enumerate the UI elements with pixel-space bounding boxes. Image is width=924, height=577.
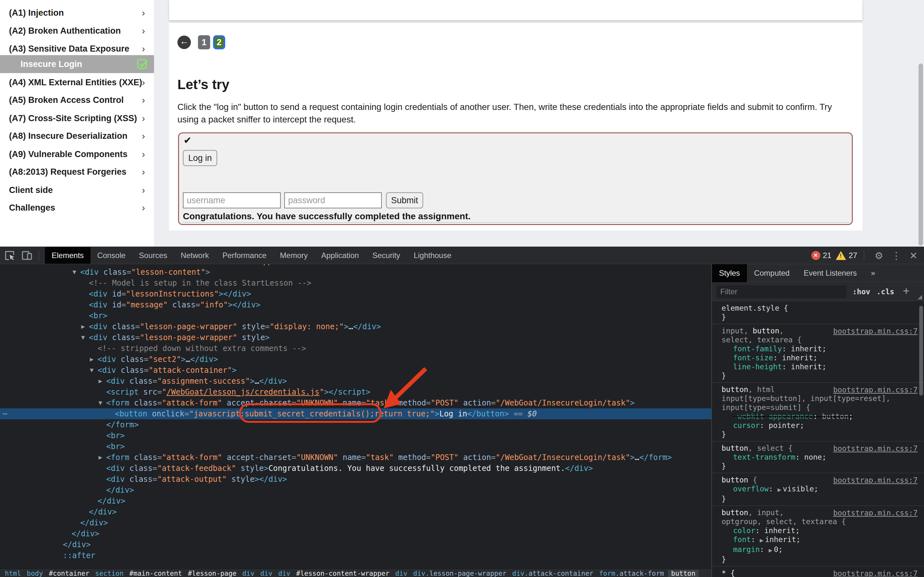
sidebar-item--a8-insecure-deserialization[interactable]: (A8) Insecure Deserialization› [0,127,154,145]
breadcrumb-div[interactable]: div [242,570,254,577]
breadcrumb-container[interactable]: #container [49,570,89,577]
breadcrumb-div[interactable]: div.attack-container [512,570,594,577]
settings-gear-icon[interactable]: ⚙ [875,250,883,261]
submit-button[interactable]: Submit [386,192,423,208]
dom-tree-row[interactable]: ▶<div class="sect2">…</div> [0,354,711,365]
css-property[interactable]: font-family: inherit; [712,344,924,353]
styles-tab-event-listeners[interactable]: Event Listeners [796,264,864,282]
dom-tree-row[interactable]: <div class="attack-output" style></div> [0,474,711,485]
sidebar-item--a8-2013-request-forgeries[interactable]: (A8:2013) Request Forgeries› [0,163,154,181]
page-2-button[interactable]: 2 [213,35,225,49]
dom-tree-row[interactable]: ▼<div class="lesson-page-wrapper" style> [0,332,711,343]
dom-tree-row[interactable]: ▶<form class="attack-form" accept-charse… [0,452,711,463]
sidebar-item--a5-broken-access-control[interactable]: (A5) Broken Access Control› [0,91,154,109]
css-property[interactable]: line-height: inherit; [712,362,924,371]
collapse-arrow-icon[interactable]: ▼ [90,365,94,376]
breadcrumb-section[interactable]: section [95,570,124,577]
dom-tree-row[interactable]: ▶<div class="assignment-success">…</div> [0,376,711,387]
dom-tree-row[interactable]: </form> [0,419,711,430]
breadcrumb-button[interactable]: button [668,570,699,577]
css-source-link[interactable]: bootstrap.min.css:7 [833,327,918,335]
styles-tab-styles[interactable]: Styles [712,264,747,282]
breadcrumb-lesson-page[interactable]: #lesson-page [188,570,236,577]
sidebar-item-client-side[interactable]: Client side› [0,181,154,199]
styles-tab--[interactable]: » [864,264,882,282]
expand-shorthand-icon[interactable]: ▶ [769,548,774,553]
css-selector[interactable]: input[type=submit] { [712,403,924,412]
dom-tree-row[interactable]: <br> [0,441,711,452]
username-input[interactable]: username [183,192,281,208]
devtools-tab-lighthouse[interactable]: Lighthouse [407,247,458,264]
dom-tree-row[interactable]: </div> [0,517,711,528]
expand-arrow-icon[interactable]: ▶ [99,376,102,387]
dom-tree-row[interactable]: </div> [0,485,711,496]
collapse-arrow-icon[interactable]: ▼ [99,398,102,408]
dom-tree-row[interactable]: ▼<div class="attack-container"> [0,365,711,376]
breadcrumb-lesson-content-wrapper[interactable]: #lesson-content-wrapper [296,570,389,577]
breadcrumb-div[interactable]: div [278,570,290,577]
sidebar-item--a4-xml-external-entities-xxe-[interactable]: (A4) XML External Entities (XXE)› [0,73,154,91]
dom-tree-row[interactable]: <script src="/WebGoat/lesson_js/credenti… [0,387,711,398]
collapse-arrow-icon[interactable]: ▼ [81,332,85,343]
breadcrumb-div[interactable]: div [260,570,272,577]
styles-filter-input[interactable]: Filter [716,285,846,298]
breadcrumb-html[interactable]: html [5,570,21,577]
dom-tree-row[interactable]: ▼<div class="lesson-content"> [0,267,711,277]
dom-tree-row[interactable]: ▼<form class="attack-form" accept-charse… [0,398,711,408]
sidebar-item-insecure-login[interactable]: Insecure Login [0,55,154,73]
dom-tree-row[interactable]: <div id="lesson-content-wrapper"> [0,264,711,267]
dom-tree-row[interactable]: <div id="message" class="info"></div> [0,300,711,310]
devtools-tab-security[interactable]: Security [366,247,407,264]
dom-tree-row[interactable]: <br> [0,430,711,441]
dom-tree-row[interactable]: </div> [0,506,711,517]
sidebar-item--a1-injection[interactable]: (A1) Injection› [0,4,154,22]
toggle-cls-button[interactable]: .cls [877,282,894,301]
css-selector[interactable]: input[type=button], input[type=reset], [712,394,924,403]
css-source-link[interactable]: bootstrap.min.css:7 [833,444,918,453]
css-source-link[interactable]: bootstrap.min.css:7 [833,569,918,577]
toggle-hov-button[interactable]: :hov [853,282,870,301]
devtools-tab-application[interactable]: Application [314,247,365,264]
console-errors-icon[interactable]: ✕ [811,251,821,260]
dom-tree-row[interactable]: ▶<div class="lesson-page-wrapper" style=… [0,321,711,332]
dom-tree-row[interactable]: </div> [0,496,711,506]
expand-arrow-icon[interactable]: ▶ [90,354,94,365]
dom-tree-row[interactable]: </div> [0,528,711,539]
expand-shorthand-icon[interactable]: ▶ [760,538,765,543]
css-property[interactable]: font: ▶ inherit; [712,535,924,545]
css-property[interactable]: cursor: pointer; [712,421,924,430]
css-source-link[interactable]: bootstrap.min.css:7 [833,385,918,394]
dom-tree-row[interactable]: <!-- stripped down without extra comment… [0,343,711,354]
page-1-button[interactable]: 1 [198,35,210,49]
css-selector[interactable]: optgroup, select, textarea { [712,517,924,526]
warning-count[interactable]: 27 [849,251,857,260]
collapse-arrow-icon[interactable]: ▼ [73,267,76,277]
expand-arrow-icon[interactable]: ▶ [99,452,102,463]
expand-shorthand-icon[interactable]: ▶ [777,487,782,493]
breadcrumb-main-content[interactable]: #main-content [129,570,182,577]
breadcrumb-form[interactable]: form.attack-form [599,570,664,577]
password-input[interactable]: password [284,192,382,208]
css-property[interactable]: text-transform: none; [712,453,924,462]
css-selector[interactable]: element.style { [712,303,924,313]
page-scrollbar[interactable] [919,63,923,245]
devtools-tab-console[interactable]: Console [90,247,132,264]
sidebar-item--a9-vulnerable-components[interactable]: (A9) Vulnerable Components› [0,145,154,163]
page-back-button[interactable]: ← [178,35,191,49]
error-count[interactable]: 21 [823,251,832,260]
close-devtools-icon[interactable]: ✕ [909,250,918,261]
devtools-tab-memory[interactable]: Memory [273,247,315,264]
breadcrumb-div[interactable]: div [395,570,407,577]
css-property[interactable]: -webkit-appearance: button; [712,412,924,421]
new-style-rule-button[interactable]: + [903,282,909,300]
more-options-icon[interactable]: ⋮ [892,250,901,261]
devtools-tab-network[interactable]: Network [174,247,216,264]
devtools-tab-elements[interactable]: Elements [45,247,90,264]
device-toolbar-icon[interactable] [21,250,33,261]
dom-tree-row[interactable]: </div> [0,539,711,550]
breadcrumb-div[interactable]: div.lesson-page-wrapper [413,570,507,577]
css-property[interactable]: margin: ▶ 0; [712,545,924,555]
breadcrumb-body[interactable]: body [27,570,43,577]
styles-tab-computed[interactable]: Computed [747,264,796,282]
css-selector[interactable]: select, textarea { [712,335,924,344]
